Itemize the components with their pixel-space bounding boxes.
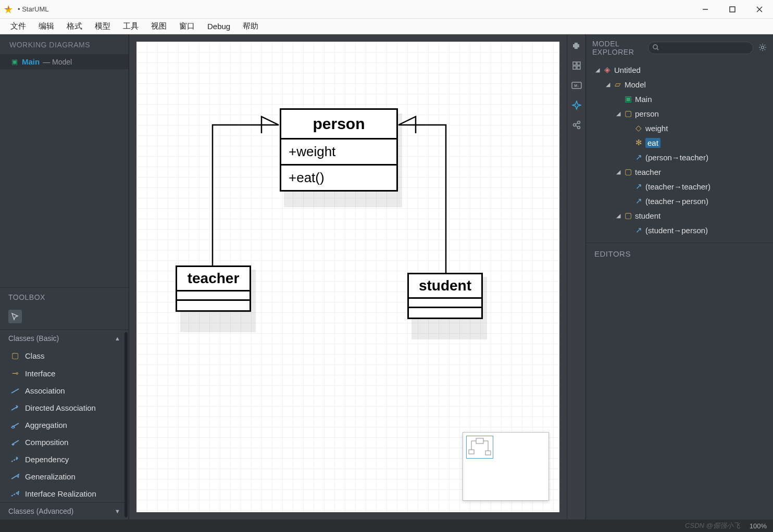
menu-help[interactable]: 帮助 [236,19,265,33]
minimap-viewport[interactable] [466,436,493,459]
menu-edit[interactable]: 编辑 [32,19,60,33]
tree-teacher[interactable]: ◢ ▢ teacher [590,164,769,179]
tree-person[interactable]: ◢ ▢ person [590,106,769,121]
tree-weight[interactable]: ◇ weight [590,121,769,135]
operation-icon: ✻ [633,138,644,147]
watermark: CSDN @倔强小飞 [685,521,740,530]
class-person-attr: +weight [281,140,396,166]
menu-window[interactable]: 窗口 [173,19,201,33]
class-person[interactable]: person +weight +eat() [280,108,398,192]
svg-point-24 [577,121,580,124]
svg-line-27 [576,125,578,127]
tool-composition-label: Composition [25,438,68,447]
tree-student[interactable]: ◢ ▢ student [590,208,769,223]
toolbox-section-basic[interactable]: Classes (Basic) ▲ [0,330,129,347]
tool-generalization[interactable]: Generalization [0,468,129,485]
directed-association-icon [9,405,21,411]
tool-association[interactable]: Association [0,382,129,399]
class-teacher-name: teacher [177,267,250,292]
selection-tool[interactable] [8,310,22,323]
zoom-level[interactable]: 100% [750,522,767,530]
tree-teacher-label: teacher [635,168,661,176]
menu-debug[interactable]: Debug [201,20,236,33]
gear-icon[interactable] [758,43,767,53]
tree-student-label: student [635,211,660,220]
tool-class[interactable]: ▢ Class [0,347,129,364]
menu-view[interactable]: 视图 [145,19,173,33]
tree-person-gen-label: (person→teacher) [645,153,708,162]
class-icon: ▢ [622,211,634,220]
toolbox-title: TOOLBOX [0,288,129,307]
svg-rect-19 [573,66,576,69]
class-teacher[interactable]: teacher [176,265,251,312]
menu-model[interactable]: 模型 [89,19,117,33]
class-student[interactable]: student [407,273,483,319]
window-title: • StarUML [18,5,692,13]
share-icon[interactable] [570,119,583,131]
toolbox-section-advanced[interactable]: Classes (Advanced) ▼ [0,502,129,520]
titlebar: • StarUML [0,0,773,19]
right-sidebar: MODEL EXPLORER ◢ ◈ Untitled ◢ ▱ Model [585,34,773,520]
tool-composition[interactable]: Composition [0,434,129,451]
menu-format[interactable]: 格式 [60,19,89,33]
tree-model-label: Model [625,80,646,89]
tree-teacher-gen1[interactable]: ↗ (teacher→teacher) [590,179,769,194]
tree-main[interactable]: ▣ Main [590,92,769,106]
diagram-canvas[interactable]: person +weight +eat() teacher student [136,42,559,512]
expand-icon[interactable]: ◢ [604,81,612,88]
tree-teacher-gen2[interactable]: ↗ (teacher→person) [590,194,769,208]
expand-icon[interactable]: ◢ [614,110,622,117]
class-person-name: person [281,110,396,140]
tool-interface-realization[interactable]: Interface Realization [0,485,129,502]
svg-line-9 [14,423,19,426]
tool-directed-association[interactable]: Directed Association [0,399,129,416]
extensions-icon[interactable] [570,40,583,52]
expand-down-icon: ▼ [115,508,120,514]
working-diagram-main[interactable]: ▣ Main — Model [0,54,129,69]
tree-person-gen[interactable]: ↗ (person→teacher) [590,150,769,164]
tool-aggregation[interactable]: Aggregation [0,416,129,434]
expand-icon[interactable]: ◢ [593,67,602,73]
grid-icon[interactable] [570,59,583,72]
svg-point-30 [762,46,764,48]
app-logo-icon [3,4,14,15]
menu-file[interactable]: 文件 [4,19,32,33]
diagram-icon: ▣ [622,94,634,104]
tool-dependency[interactable]: Dependency [0,451,129,468]
tool-association-label: Association [25,386,65,395]
svg-rect-14 [476,438,483,444]
tree-student-gen[interactable]: ↗ (student→person) [590,223,769,237]
generalization-icon: ↗ [633,196,644,206]
tool-dependency-label: Dependency [25,455,69,464]
tool-aggregation-label: Aggregation [25,421,67,429]
tool-interface[interactable]: ⊸ Interface [0,364,129,382]
minimize-button[interactable] [692,0,719,19]
expand-icon[interactable]: ◢ [614,169,622,175]
model-icon: ▱ [612,80,624,89]
svg-line-13 [11,493,17,496]
maximize-button[interactable] [719,0,746,19]
close-button[interactable] [746,0,773,19]
diagram-area: person +weight +eat() teacher student [129,34,567,520]
tree-model[interactable]: ◢ ▱ Model [590,77,769,92]
generalization-icon: ↗ [633,153,644,162]
menu-tools[interactable]: 工具 [117,19,145,33]
markdown-icon[interactable]: M↓ [570,79,583,92]
model-explorer-search[interactable] [648,42,753,54]
tool-generalization-label: Generalization [25,472,76,481]
class-icon: ▢ [622,167,634,176]
navigate-icon[interactable] [570,99,583,111]
dependency-icon [9,457,21,463]
canvas-tools-rail: M↓ [567,34,585,520]
expand-icon[interactable]: ◢ [614,212,622,219]
tree-teacher-gen2-label: (teacher→person) [645,197,708,206]
section-advanced-label: Classes (Advanced) [8,507,73,515]
class-student-attrs [409,299,481,308]
minimap[interactable] [463,432,549,501]
tree-root-label: Untitled [614,66,641,74]
svg-rect-17 [573,62,576,65]
tree-root[interactable]: ◢ ◈ Untitled [590,62,769,77]
model-explorer-search-input[interactable] [661,44,749,52]
tree-eat[interactable]: ✻ eat [590,135,769,150]
tool-interface-realization-label: Interface Realization [25,489,96,498]
